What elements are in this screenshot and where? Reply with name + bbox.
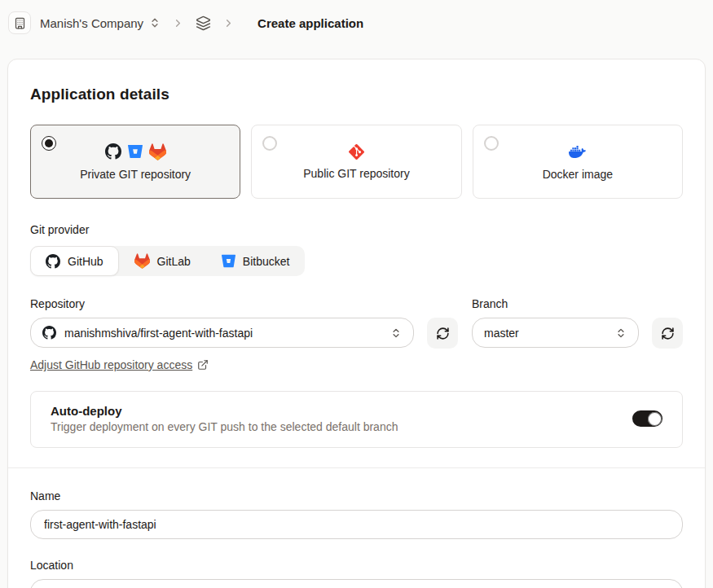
auto-deploy-texts: Auto-deploy Trigger deployment on every …	[51, 404, 398, 433]
source-option-public-git[interactable]: Public GIT repository	[251, 125, 461, 199]
segment-github[interactable]: GitHub	[30, 246, 119, 276]
source-option-private-git[interactable]: Private GIT repository	[30, 125, 240, 199]
segment-gitlab[interactable]: GitLab	[119, 246, 206, 276]
provider-icons	[569, 143, 586, 160]
provider-icons	[349, 144, 364, 160]
repository-label: Repository	[30, 297, 458, 310]
branch-value: master	[484, 327, 519, 340]
bitbucket-icon	[222, 254, 235, 268]
source-option-docker[interactable]: Docker image	[473, 125, 683, 199]
branch-refresh-button[interactable]	[652, 318, 683, 349]
source-option-label: Private GIT repository	[80, 168, 191, 181]
organization-button[interactable]	[8, 11, 31, 34]
branch-select[interactable]: master	[472, 318, 639, 348]
chevrons-up-down-icon	[390, 327, 402, 339]
github-icon	[46, 254, 60, 269]
auto-deploy-card: Auto-deploy Trigger deployment on every …	[30, 391, 683, 448]
git-icon	[349, 144, 364, 160]
source-type-options: Private GIT repository Public GIT reposi…	[30, 125, 683, 199]
segment-label: GitHub	[68, 255, 103, 268]
git-provider-segmented-control: GitHub GitLab Bitbucket	[30, 246, 305, 276]
access-link-text: Adjust GitHub repository access	[30, 358, 192, 371]
radio-unselected[interactable]	[484, 136, 499, 151]
branch-label: Branch	[472, 297, 683, 310]
github-icon	[105, 143, 121, 160]
section-divider	[8, 467, 705, 468]
docker-icon	[569, 143, 586, 160]
repository-branch-row: Repository manishmshiva/first-agent-with…	[30, 297, 683, 371]
radio-selected[interactable]	[42, 136, 56, 151]
refresh-icon	[436, 327, 450, 340]
segment-label: Bitbucket	[243, 255, 290, 268]
location-select[interactable]: Changhua County, Taiwan (asia-east1)	[30, 579, 683, 588]
external-link-icon	[197, 359, 209, 371]
gitlab-icon	[134, 253, 150, 269]
auto-deploy-toggle[interactable]	[632, 410, 662, 427]
location-label: Location	[30, 559, 683, 572]
auto-deploy-title: Auto-deploy	[51, 404, 398, 418]
chevron-right-icon	[172, 17, 184, 29]
building-icon	[14, 17, 26, 29]
provider-icons	[105, 143, 166, 160]
bitbucket-icon	[128, 144, 143, 159]
create-application-panel: Application details Private GIT reposito…	[7, 59, 706, 588]
adjust-repository-access-link[interactable]: Adjust GitHub repository access	[30, 358, 209, 371]
repository-select[interactable]: manishmshiva/first-agent-with-fastapi	[30, 318, 414, 348]
section-heading: Application details	[30, 86, 683, 103]
segment-label: GitLab	[157, 255, 191, 268]
company-switcher-chevrons-icon[interactable]	[149, 17, 161, 29]
source-option-label: Public GIT repository	[303, 167, 409, 180]
company-name[interactable]: Manish's Company	[40, 16, 143, 30]
refresh-icon	[661, 327, 675, 340]
gitlab-icon	[149, 143, 166, 160]
radio-unselected[interactable]	[262, 136, 277, 151]
git-provider-label: Git provider	[30, 223, 683, 236]
segment-bitbucket[interactable]: Bitbucket	[206, 246, 306, 276]
name-label: Name	[30, 489, 683, 502]
auto-deploy-description: Trigger deployment on every GIT push to …	[51, 420, 398, 433]
github-icon	[42, 326, 56, 340]
chevron-right-icon	[222, 17, 235, 29]
source-option-label: Docker image	[543, 168, 613, 181]
repository-value: manishmshiva/first-agent-with-fastapi	[64, 327, 253, 340]
environment-layers-icon[interactable]	[196, 15, 211, 31]
breadcrumb: Manish's Company Create application	[0, 0, 713, 46]
chevrons-up-down-icon	[615, 327, 627, 339]
repository-refresh-button[interactable]	[427, 318, 458, 349]
name-input[interactable]	[30, 510, 683, 539]
page-title: Create application	[257, 16, 363, 30]
